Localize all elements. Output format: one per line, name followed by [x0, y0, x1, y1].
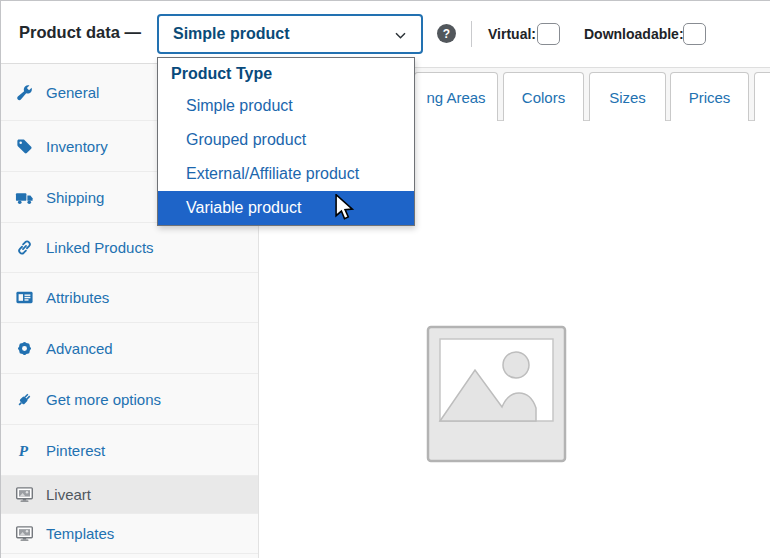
- monitor-image-icon: [15, 485, 34, 504]
- sidebar-item-attributes[interactable]: Attributes: [1, 273, 258, 323]
- downloadable-checkbox[interactable]: [683, 23, 706, 45]
- sidebar-item-label: Get more options: [46, 391, 161, 408]
- tab-colors[interactable]: Colors: [503, 72, 584, 121]
- dropdown-option-external-affiliate-product[interactable]: External/Affiliate product: [158, 157, 414, 191]
- virtual-label: Virtual:: [488, 26, 536, 42]
- tab-sizes[interactable]: Sizes: [589, 72, 666, 121]
- sidebar-item-liveart[interactable]: Liveart: [1, 476, 258, 514]
- svg-text:P: P: [19, 441, 29, 458]
- sidebar-item-label: Pinterest: [46, 442, 105, 459]
- tab-partial[interactable]: [754, 72, 770, 121]
- dropdown-group-label: Product Type: [158, 58, 414, 89]
- tab-ng-areas[interactable]: ng Areas: [414, 72, 498, 121]
- truck-icon: [15, 188, 34, 207]
- tab-prices[interactable]: Prices: [670, 72, 749, 121]
- product-image-placeholder: [424, 323, 569, 465]
- product-data-panel: Product data — Simple product ? Virtual:…: [0, 0, 770, 558]
- tab-label: Colors: [522, 89, 565, 106]
- link-icon: [15, 238, 34, 257]
- gear-icon: [15, 339, 34, 358]
- chevron-down-icon: [393, 28, 408, 43]
- card-icon: [15, 288, 34, 307]
- header-divider: [471, 21, 472, 47]
- sidebar-item-pinterest[interactable]: PPinterest: [1, 425, 258, 476]
- dropdown-option-variable-product[interactable]: Variable product: [158, 191, 414, 225]
- sidebar-item-label: Liveart: [46, 486, 91, 503]
- sidebar-item-label: Linked Products: [46, 239, 154, 256]
- sidebar-item-get-more-options[interactable]: Get more options: [1, 374, 258, 425]
- product-data-header: Product data — Simple product ? Virtual:…: [1, 1, 770, 63]
- monitor-image-icon: [15, 524, 34, 543]
- product-type-select[interactable]: Simple product: [157, 14, 423, 54]
- dropdown-option-simple-product[interactable]: Simple product: [158, 89, 414, 123]
- tab-label: Sizes: [609, 89, 646, 106]
- sidebar-item-label: Templates: [46, 525, 114, 542]
- page-title: Product data —: [19, 23, 141, 42]
- plug-icon: [15, 390, 34, 409]
- sidebar-item-label: General: [46, 84, 99, 101]
- sidebar-item-advanced[interactable]: Advanced: [1, 323, 258, 374]
- help-icon[interactable]: ?: [437, 24, 456, 43]
- sidebar-item-label: Inventory: [46, 138, 108, 155]
- product-type-select-value: Simple product: [173, 25, 289, 43]
- tag-icon: [15, 137, 34, 156]
- sidebar-item-label: Advanced: [46, 340, 113, 357]
- product-type-dropdown: Product Type Simple productGrouped produ…: [157, 57, 415, 226]
- tab-label: Prices: [689, 89, 731, 106]
- sidebar-item-linked-products[interactable]: Linked Products: [1, 223, 258, 273]
- downloadable-label: Downloadable:: [584, 26, 684, 42]
- sidebar-item-templates[interactable]: Templates: [1, 514, 258, 554]
- virtual-checkbox[interactable]: [537, 23, 560, 45]
- sidebar-item-label: Attributes: [46, 289, 109, 306]
- tab-label: ng Areas: [426, 89, 485, 106]
- pinterest-icon: P: [15, 441, 34, 460]
- wrench-icon: [15, 83, 34, 102]
- sidebar-item-label: Shipping: [46, 189, 104, 206]
- dropdown-option-grouped-product[interactable]: Grouped product: [158, 123, 414, 157]
